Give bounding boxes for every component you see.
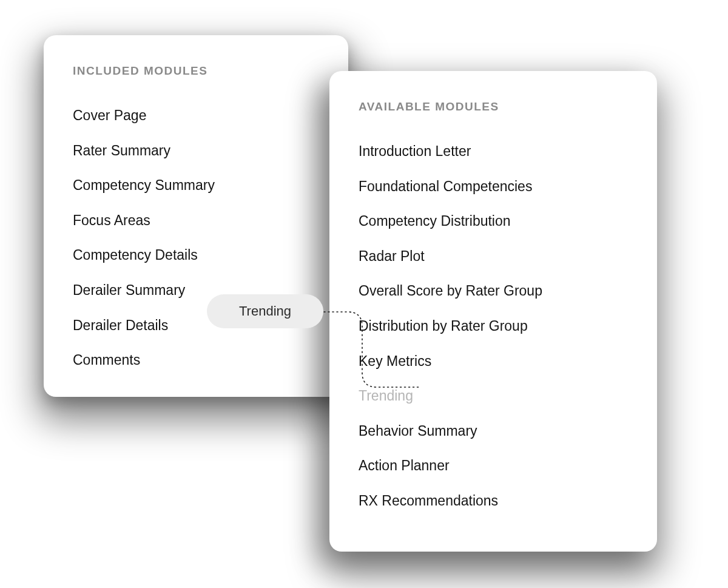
list-item[interactable]: Key Metrics: [359, 344, 628, 379]
list-item[interactable]: Focus Areas: [73, 203, 319, 238]
list-item[interactable]: Introduction Letter: [359, 134, 628, 169]
available-modules-title: AVAILABLE MODULES: [359, 100, 628, 113]
list-item[interactable]: Distribution by Rater Group: [359, 309, 628, 344]
list-item[interactable]: Action Planner: [359, 448, 628, 484]
list-item[interactable]: Behavior Summary: [359, 414, 628, 449]
included-modules-list[interactable]: Cover Page Rater Summary Competency Summ…: [73, 98, 319, 378]
list-item[interactable]: Foundational Competencies: [359, 169, 628, 204]
list-item[interactable]: Competency Details: [73, 238, 319, 273]
list-item[interactable]: Comments: [73, 343, 319, 378]
list-item[interactable]: Rater Summary: [73, 133, 319, 169]
list-item-ghost[interactable]: Trending: [359, 379, 628, 414]
list-item[interactable]: Radar Plot: [359, 239, 628, 274]
dragging-module-label: Trending: [239, 303, 291, 319]
modules-picker-stage: INCLUDED MODULES Cover Page Rater Summar…: [0, 0, 728, 588]
dragging-module-chip[interactable]: Trending: [207, 294, 323, 328]
available-modules-list[interactable]: Introduction Letter Foundational Compete…: [359, 134, 628, 519]
list-item[interactable]: Cover Page: [73, 98, 319, 133]
list-item[interactable]: Competency Summary: [73, 168, 319, 203]
list-item[interactable]: Competency Distribution: [359, 204, 628, 239]
list-item[interactable]: RX Recommendations: [359, 484, 628, 519]
available-modules-card: AVAILABLE MODULES Introduction Letter Fo…: [329, 71, 657, 552]
included-modules-card: INCLUDED MODULES Cover Page Rater Summar…: [44, 35, 348, 397]
included-modules-title: INCLUDED MODULES: [73, 64, 319, 78]
list-item[interactable]: Overall Score by Rater Group: [359, 274, 628, 309]
